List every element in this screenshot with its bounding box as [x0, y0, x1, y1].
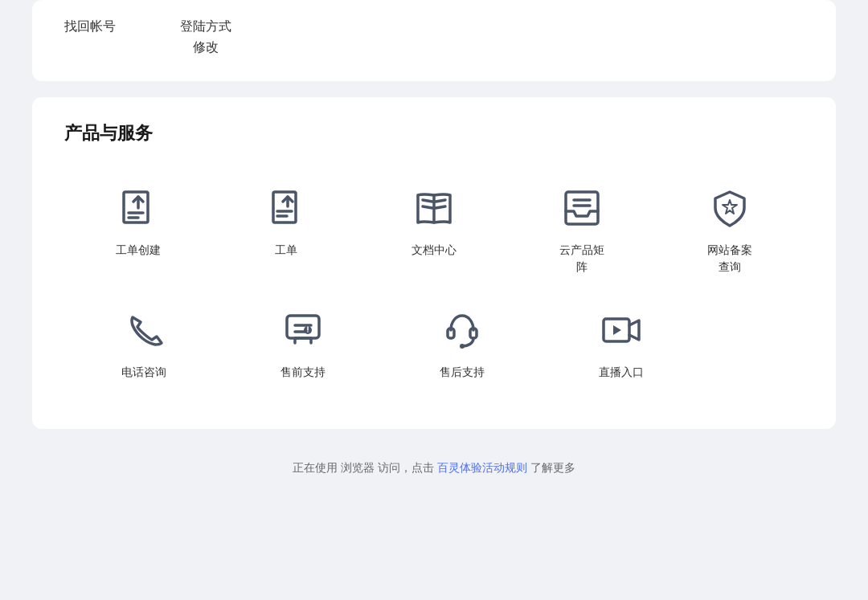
- svg-point-20: [307, 331, 309, 333]
- svg-line-7: [423, 200, 432, 202]
- section-title: 产品与服务: [64, 121, 804, 145]
- ticket-icon: [264, 186, 309, 231]
- live-stream-item[interactable]: 直播入口: [542, 292, 701, 389]
- login-method-item[interactable]: 登陆方式修改: [180, 16, 231, 57]
- footer-main-text: 正在使用 浏览器 访问，点击: [293, 461, 434, 474]
- headset-icon: [440, 308, 485, 353]
- book-icon: [411, 186, 457, 231]
- phone-consult-item[interactable]: 电话咨询: [64, 292, 223, 389]
- svg-rect-3: [273, 192, 296, 222]
- doc-center-label: 文档中心: [411, 242, 457, 259]
- inbox-icon: [559, 186, 604, 231]
- svg-line-10: [436, 206, 445, 208]
- phone-consult-label: 电话咨询: [121, 364, 166, 381]
- create-ticket-label: 工单创建: [116, 242, 161, 259]
- cloud-product-item[interactable]: 云产品矩阵: [508, 169, 656, 284]
- icons-row-2: 电话咨询 售前支持 售后支持: [64, 292, 804, 389]
- website-record-label: 网站备案查询: [707, 242, 752, 276]
- website-record-item[interactable]: 网站备案查询: [656, 169, 804, 284]
- video-icon: [599, 308, 644, 353]
- svg-line-8: [423, 206, 432, 208]
- cloud-product-label: 云产品矩阵: [559, 242, 604, 276]
- svg-rect-11: [566, 192, 598, 224]
- top-card: 找回帐号 登陆方式修改: [32, 0, 836, 81]
- svg-marker-14: [723, 200, 737, 214]
- ticket-label: 工单: [275, 242, 297, 259]
- svg-rect-15: [287, 316, 319, 338]
- presale-support-item[interactable]: 售前支持: [223, 292, 383, 389]
- presale-support-label: 售前支持: [280, 364, 326, 381]
- aftersale-support-item[interactable]: 售后支持: [383, 292, 542, 389]
- create-ticket-item[interactable]: 工单创建: [64, 169, 212, 284]
- chat-icon: [280, 308, 326, 353]
- main-card: 产品与服务 工单创建 工单: [32, 97, 836, 429]
- ticket-item[interactable]: 工单: [212, 169, 360, 284]
- svg-line-9: [436, 200, 445, 202]
- doc-center-item[interactable]: 文档中心: [360, 169, 508, 284]
- footer-highlight[interactable]: 百灵体验活动规则: [437, 461, 527, 474]
- find-account-item[interactable]: 找回帐号: [64, 16, 116, 37]
- live-stream-label: 直播入口: [599, 364, 644, 381]
- icons-row-1: 工单创建 工单 文档中心: [64, 169, 804, 284]
- footer-text: 正在使用 浏览器 访问，点击 百灵体验活动规则 了解更多: [0, 445, 868, 492]
- svg-marker-25: [613, 325, 621, 335]
- footer-end-text: 了解更多: [530, 461, 575, 474]
- phone-icon: [121, 308, 166, 353]
- svg-point-23: [460, 344, 465, 349]
- shield-star-icon: [707, 186, 752, 231]
- upload-doc-icon: [116, 186, 161, 231]
- aftersale-support-label: 售后支持: [440, 364, 485, 381]
